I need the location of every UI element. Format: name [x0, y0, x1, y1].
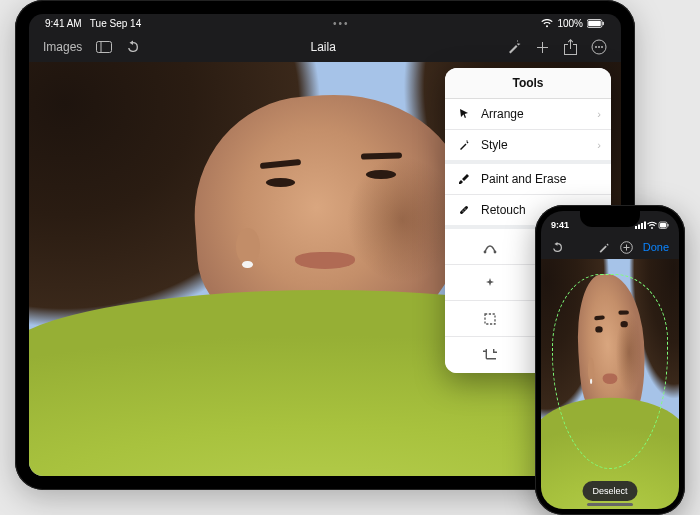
tools-title: Tools [445, 68, 611, 99]
iphone-screen: 9:41 Don [541, 211, 679, 509]
svg-rect-2 [602, 21, 603, 24]
home-indicator[interactable] [587, 503, 633, 506]
svg-rect-23 [641, 223, 643, 229]
status-right: 100% [541, 18, 605, 29]
svg-point-7 [598, 46, 600, 48]
wifi-icon [541, 19, 553, 28]
images-button[interactable]: Images [43, 40, 82, 54]
svg-point-8 [601, 46, 603, 48]
share-icon[interactable] [564, 39, 577, 55]
cursor-icon [457, 107, 471, 121]
svg-rect-18 [485, 314, 495, 324]
iphone-toolbar: Done [541, 235, 679, 259]
svg-rect-27 [668, 224, 669, 227]
svg-point-12 [484, 250, 487, 253]
tool-label: Retouch [481, 203, 526, 217]
chevron-right-icon: › [597, 139, 601, 151]
svg-point-10 [462, 210, 463, 211]
svg-rect-3 [97, 42, 112, 53]
add-icon[interactable] [535, 40, 550, 55]
ipad-toolbar: Images Laila [29, 32, 621, 62]
battery-percent: 100% [557, 18, 583, 29]
tool-label: Paint and Erase [481, 172, 566, 186]
bandage-icon [457, 203, 471, 217]
svg-point-13 [494, 250, 497, 253]
tool-style[interactable]: Style › [445, 130, 611, 164]
crop-icon[interactable] [479, 344, 501, 366]
notch [580, 211, 640, 227]
svg-point-6 [595, 46, 597, 48]
svg-rect-21 [635, 226, 637, 229]
wand-tool-icon[interactable] [506, 40, 521, 55]
select-icon[interactable] [479, 308, 501, 330]
wand-tool-icon[interactable] [597, 241, 610, 254]
sparkle-icon[interactable] [479, 272, 501, 294]
done-button[interactable]: Done [643, 241, 669, 254]
svg-rect-1 [588, 20, 601, 26]
ipad-screen: 9:41 AM Tue Sep 14 ••• 100% Images [29, 14, 621, 476]
reshape-icon[interactable] [479, 236, 501, 258]
deselect-button[interactable]: Deselect [582, 481, 637, 501]
svg-rect-9 [459, 205, 468, 214]
undo-icon[interactable] [126, 40, 140, 54]
ipad-status-bar: 9:41 AM Tue Sep 14 ••• 100% [29, 14, 621, 32]
tool-label: Arrange [481, 107, 524, 121]
svg-rect-24 [644, 221, 646, 229]
sidebar-toggle-icon[interactable] [96, 41, 112, 53]
status-time: 9:41 AM [45, 18, 82, 29]
battery-icon [587, 19, 605, 28]
iphone-canvas[interactable]: Deselect [541, 259, 679, 509]
tool-arrange[interactable]: Arrange › [445, 99, 611, 130]
more-icon[interactable] [591, 39, 607, 55]
multitask-dots[interactable]: ••• [333, 18, 350, 29]
status-time: 9:41 [551, 220, 569, 230]
svg-rect-26 [660, 223, 666, 228]
add-icon[interactable] [620, 241, 633, 254]
iphone-device: 9:41 Don [535, 205, 685, 515]
undo-icon[interactable] [551, 241, 564, 254]
document-title[interactable]: Laila [311, 40, 336, 54]
tool-paint-erase[interactable]: Paint and Erase [445, 164, 611, 195]
wand-icon [457, 138, 471, 152]
svg-point-11 [464, 208, 465, 209]
status-date: Tue Sep 14 [90, 18, 141, 29]
svg-rect-22 [638, 224, 640, 229]
chevron-right-icon: › [597, 108, 601, 120]
brush-icon [457, 172, 471, 186]
status-left: 9:41 AM Tue Sep 14 [45, 18, 141, 29]
status-icons [635, 221, 669, 230]
tool-label: Style [481, 138, 508, 152]
